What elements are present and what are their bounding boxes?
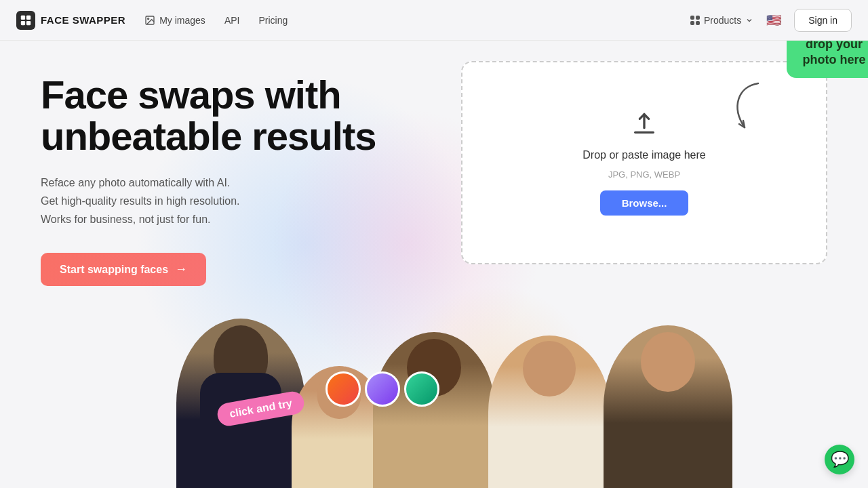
- avatar-3[interactable]: [404, 371, 439, 407]
- main-content: Face swaps with unbeatable results Refac…: [0, 41, 868, 488]
- svg-rect-3: [26, 20, 31, 24]
- person-5: [604, 325, 732, 488]
- nav-pricing-label: Pricing: [258, 15, 288, 26]
- my-images-icon: [144, 15, 155, 26]
- logo[interactable]: FACE SWAPPER: [16, 11, 125, 30]
- cta-button[interactable]: Start swapping faces →: [41, 253, 206, 286]
- products-grid-icon: [690, 16, 700, 25]
- svg-rect-1: [26, 15, 31, 19]
- chevron-down-icon: [745, 16, 753, 24]
- brand-name: FACE SWAPPER: [41, 14, 125, 26]
- browse-button[interactable]: Browse...: [600, 190, 689, 216]
- upload-icon: [631, 110, 658, 141]
- nav-products[interactable]: Products: [690, 15, 753, 26]
- upload-dropzone[interactable]: Drop or paste image here JPG, PNG, WEBP …: [461, 61, 827, 264]
- upload-formats: JPG, PNG, WEBP: [608, 169, 680, 180]
- cta-arrow: →: [175, 262, 187, 277]
- avatar-1[interactable]: [326, 371, 361, 407]
- hero-description: Reface any photo automatically with AI. …: [41, 174, 366, 229]
- nav-right: Products 🇺🇸 Sign in: [690, 9, 852, 32]
- people-container: [41, 298, 868, 488]
- nav-api-label: API: [224, 15, 240, 26]
- people-section: click and try: [41, 298, 868, 488]
- nav-left: FACE SWAPPER My images API Pricing: [16, 11, 288, 30]
- nav-api[interactable]: API: [224, 15, 240, 26]
- svg-rect-2: [21, 20, 25, 24]
- language-flag[interactable]: 🇺🇸: [764, 14, 783, 27]
- cta-label: Start swapping faces: [60, 264, 168, 276]
- nav-products-label: Products: [704, 15, 741, 26]
- navbar: FACE SWAPPER My images API Pricing Produ…: [0, 0, 868, 41]
- chat-button[interactable]: 💬: [825, 445, 854, 474]
- hero-title: Face swaps with unbeatable results: [41, 75, 407, 157]
- nav-my-images-label: My images: [159, 15, 205, 26]
- avatar-2[interactable]: [365, 371, 400, 407]
- nav-my-images[interactable]: My images: [144, 15, 205, 26]
- drop-tooltip: drop your photo here: [787, 41, 868, 78]
- person-4: [488, 336, 610, 488]
- sign-in-button[interactable]: Sign in: [794, 9, 852, 32]
- upload-drop-text: Drop or paste image here: [583, 149, 705, 161]
- avatar-circles: [326, 371, 439, 407]
- nav-pricing[interactable]: Pricing: [258, 15, 288, 26]
- logo-svg: [20, 14, 32, 26]
- svg-rect-0: [21, 15, 25, 19]
- svg-point-5: [148, 18, 149, 19]
- logo-icon: [16, 11, 35, 30]
- drop-arrow-svg: [724, 80, 765, 134]
- person-3: [373, 332, 495, 488]
